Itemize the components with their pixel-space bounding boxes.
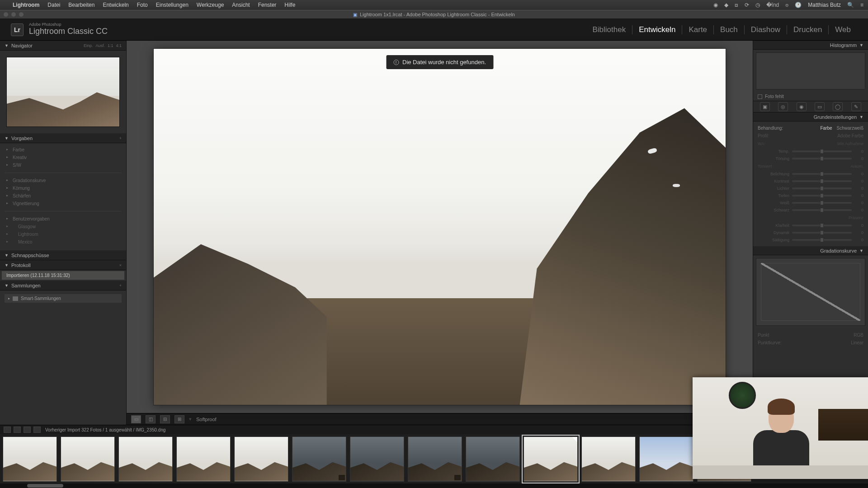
- collections-header[interactable]: ▼ Sammlungen +: [0, 281, 126, 291]
- filter-icon[interactable]: [33, 427, 41, 433]
- filmstrip-thumb[interactable]: [61, 436, 115, 482]
- crop-tool-icon[interactable]: ▣: [760, 102, 770, 111]
- profile-value[interactable]: Adobe Farbe: [837, 133, 863, 138]
- notifications-icon[interactable]: ≡: [860, 2, 863, 8]
- module-bibliothek[interactable]: Bibliothek: [586, 25, 632, 34]
- menu-hilfe[interactable]: Hilfe: [284, 2, 295, 8]
- preset-group[interactable]: Farbe: [5, 146, 122, 154]
- grid-view-icon[interactable]: [14, 427, 21, 433]
- brush-tool-icon[interactable]: ✎: [851, 102, 861, 111]
- slider-blacks[interactable]: Schwarz0: [758, 206, 863, 214]
- menu-werkzeuge[interactable]: Werkzeuge: [197, 2, 224, 8]
- curve-header[interactable]: Gradationskurve ▼: [753, 246, 868, 255]
- tone-curve-display[interactable]: [756, 258, 865, 326]
- filmstrip-thumb[interactable]: [639, 436, 693, 482]
- basic-header[interactable]: Grundeinstellungen ▼: [753, 113, 868, 122]
- wb-value[interactable]: Wie Aufnahme: [837, 141, 863, 146]
- before-after-lr-button[interactable]: ◫: [146, 415, 156, 423]
- slider-temp[interactable]: Temp.0: [758, 148, 863, 155]
- filmstrip-thumb[interactable]: [408, 436, 462, 482]
- slider-vibrance[interactable]: Dynamik0: [758, 229, 863, 236]
- treatment-color[interactable]: Farbe: [820, 126, 832, 131]
- graduated-filter-icon[interactable]: ▭: [815, 102, 825, 111]
- cc-icon[interactable]: ◆: [724, 2, 728, 8]
- treatment-bw[interactable]: Schwarzweiß: [837, 126, 863, 131]
- module-diashow[interactable]: Diashow: [745, 25, 787, 34]
- disclosure-triangle-icon[interactable]: ▸: [8, 296, 10, 300]
- clock-icon[interactable]: 🕐: [795, 2, 802, 8]
- screenrec-icon[interactable]: ◉: [713, 2, 718, 8]
- preset-item[interactable]: Glasgow: [5, 223, 122, 230]
- zoom-1to1[interactable]: 1:1: [108, 43, 113, 48]
- preset-group[interactable]: Kreativ: [5, 154, 122, 161]
- slider-whites[interactable]: Weiß0: [758, 199, 863, 206]
- module-karte[interactable]: Karte: [682, 25, 714, 34]
- disclosure-triangle-icon[interactable]: ▼: [5, 283, 9, 288]
- loupe-image[interactable]: [154, 49, 726, 405]
- secondary-display-icon[interactable]: [4, 427, 11, 433]
- filmstrip-thumb[interactable]: [3, 436, 57, 482]
- slider-clarity[interactable]: Klarheit0: [758, 222, 863, 229]
- spot-tool-icon[interactable]: ◎: [778, 102, 788, 111]
- navigator-thumbnail[interactable]: [6, 57, 120, 127]
- clear-history-icon[interactable]: ×: [119, 263, 122, 267]
- filmstrip-thumb[interactable]: [292, 436, 346, 482]
- module-entwickeln[interactable]: Entwickeln: [632, 25, 682, 34]
- disclosure-triangle-icon[interactable]: ▼: [859, 249, 863, 253]
- history-entry[interactable]: Importieren (12.11.18 15:31:32): [2, 271, 124, 280]
- spotlight-icon[interactable]: ⌾: [785, 2, 788, 8]
- filmstrip-thumb[interactable]: [350, 436, 404, 482]
- radial-filter-icon[interactable]: ◯: [833, 102, 843, 111]
- redeye-tool-icon[interactable]: ◉: [797, 102, 807, 111]
- histogram-display[interactable]: [756, 52, 865, 89]
- slider-contrast[interactable]: Kontrast0: [758, 178, 863, 185]
- zoom-fill[interactable]: Ausf.: [95, 43, 105, 48]
- preset-group[interactable]: Vignettierung: [5, 200, 122, 207]
- preset-group[interactable]: Schärfen: [5, 192, 122, 200]
- preset-group[interactable]: Gradationskurve: [5, 177, 122, 184]
- module-web[interactable]: Web: [829, 25, 857, 34]
- slider-shadows[interactable]: Tiefen0: [758, 192, 863, 199]
- preset-group[interactable]: Körnung: [5, 184, 122, 192]
- filmstrip-thumb[interactable]: [234, 436, 288, 482]
- loupe-view-button[interactable]: ▭: [131, 415, 141, 423]
- presets-header[interactable]: ▼ Vorgaben +: [0, 133, 126, 143]
- filmstrip-thumb[interactable]: [176, 436, 231, 482]
- zoom-fit[interactable]: Einp.: [84, 43, 93, 48]
- disclosure-triangle-icon[interactable]: ▼: [5, 136, 9, 141]
- wifi-icon[interactable]: �înd: [766, 2, 779, 8]
- add-preset-icon[interactable]: +: [119, 136, 122, 141]
- menu-foto[interactable]: Foto: [137, 2, 148, 8]
- dropbox-icon[interactable]: ⧈: [735, 2, 738, 8]
- sort-icon[interactable]: [24, 427, 31, 433]
- navigator-header[interactable]: ▼ Navigator Einp. Ausf. 1:1 4:1: [0, 41, 126, 51]
- smart-collections-row[interactable]: ▸ Smart-Sammlungen: [5, 294, 122, 303]
- slider-exposure[interactable]: Belichtung0: [758, 170, 863, 178]
- traffic-lights[interactable]: [4, 12, 24, 17]
- sync-icon[interactable]: ⟳: [745, 2, 749, 8]
- menu-fenster[interactable]: Fenster: [258, 2, 277, 8]
- disclosure-triangle-icon[interactable]: ▼: [859, 43, 863, 47]
- curve-region[interactable]: Punkt: [758, 333, 769, 338]
- disclosure-triangle-icon[interactable]: ▼: [5, 253, 9, 258]
- before-after-split-button[interactable]: ⊞: [175, 415, 184, 423]
- menubar-app[interactable]: Lightroom: [13, 2, 39, 8]
- menu-einstellungen[interactable]: Einstellungen: [156, 2, 189, 8]
- preset-user-header[interactable]: Benutzervorgaben: [5, 215, 122, 223]
- module-drucken[interactable]: Drucken: [787, 25, 829, 34]
- module-buch[interactable]: Buch: [714, 25, 745, 34]
- histogram-header[interactable]: Histogramm ▼: [753, 41, 868, 50]
- before-after-tb-button[interactable]: ⊟: [160, 415, 170, 423]
- add-collection-icon[interactable]: +: [119, 283, 122, 288]
- menu-entwickeln[interactable]: Entwickeln: [103, 2, 128, 8]
- missing-checkbox[interactable]: [758, 94, 762, 99]
- disclosure-triangle-icon[interactable]: ▼: [5, 263, 9, 267]
- pointcurve-value[interactable]: Linear: [851, 340, 863, 345]
- filmstrip-thumb[interactable]: [466, 436, 520, 482]
- curve-channel[interactable]: RGB: [854, 333, 863, 338]
- slider-saturation[interactable]: Sättigung0: [758, 236, 863, 244]
- preset-item[interactable]: Lightroom: [5, 230, 122, 238]
- softproof-label[interactable]: Softproof: [196, 417, 217, 422]
- slider-highlights[interactable]: Lichter0: [758, 185, 863, 192]
- filmstrip-thumb[interactable]: [118, 436, 173, 482]
